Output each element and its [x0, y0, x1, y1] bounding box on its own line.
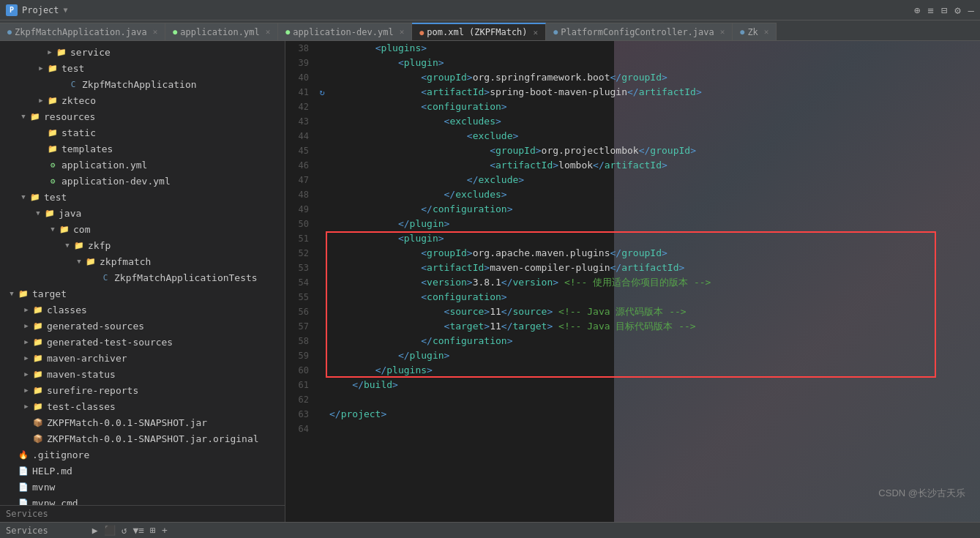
line-code: </plugins>	[329, 363, 980, 378]
tree-item-surefire-reports[interactable]: ▶ 📁 surefire-reports	[0, 382, 285, 398]
line-number: 42	[285, 100, 315, 114]
add-icon[interactable]: ⊕	[914, 4, 920, 16]
tree-item-mvnw-cmd[interactable]: 📄 mvnw.cmd	[0, 495, 285, 505]
tab-close-6[interactable]: ✕	[764, 27, 769, 37]
tree-label-jar1: ZKPFMatch-0.0.1-SNAPSHOT.jar	[47, 417, 207, 428]
svc-run-icon[interactable]: ▶	[92, 525, 98, 536]
tab-zk[interactable]: ● Zk ✕	[733, 23, 777, 40]
tree-item-app-yml[interactable]: ⚙ application.yml	[0, 157, 285, 173]
line-gutter	[315, 56, 329, 70]
line-code: </excludes>	[329, 187, 980, 202]
tree-item-com-folder[interactable]: ▼ 📁 com	[0, 221, 285, 237]
minus-icon[interactable]: ⊟	[941, 4, 947, 16]
line-gutter	[315, 158, 329, 173]
gear-icon[interactable]: ⚙	[954, 4, 960, 16]
line-code: </configuration>	[329, 202, 980, 217]
tree-item-maven-archiver[interactable]: ▶ 📁 maven-archiver	[0, 350, 285, 366]
tree-item-gitignore[interactable]: 🔥 .gitignore	[0, 447, 285, 463]
tree-item-resources[interactable]: ▼ 📁 resources	[0, 108, 285, 124]
code-line-39: 39 <plugin>	[285, 56, 980, 70]
tree-item-test-folder[interactable]: ▼ 📁 test	[0, 189, 285, 205]
jar-icon-1: 📦	[32, 416, 44, 428]
minimize-icon[interactable]: —	[968, 4, 974, 16]
line-gutter	[315, 41, 329, 56]
tab-application-yml[interactable]: ● application.yml ✕	[165, 23, 278, 40]
tree-label-gen-test-sources: generated-test-sources	[47, 337, 173, 348]
folder-icon-com: 📁	[59, 223, 70, 235]
line-code: <artifactId>maven-compiler-plugin</artif…	[329, 261, 980, 275]
tree-label-ZkpfMatchApp: ZkpfMatchApplication	[82, 79, 197, 90]
tree-item-maven-status[interactable]: ▶ 📁 maven-status	[0, 366, 285, 382]
tree-item-generated-test-sources[interactable]: ▶ 📁 generated-test-sources	[0, 334, 285, 350]
tab-application-dev-yml[interactable]: ● application-dev.yml ✕	[278, 23, 412, 40]
line-code: <target>11</target> <!-- Java 目标代码版本 -->	[329, 319, 980, 334]
tree-label-zkfp-folder: zkfp	[88, 240, 111, 251]
tree-item-mvnw[interactable]: 📄 mvnw	[0, 479, 285, 495]
tab-close-2[interactable]: ✕	[266, 27, 271, 37]
tree-item-classes[interactable]: ▶ 📁 classes	[0, 302, 285, 318]
top-bar: P Project ▼ ⊕ ≡ ⊟ ⚙ —	[0, 0, 980, 20]
svc-restart-icon[interactable]: ↺	[121, 525, 127, 536]
tree-item-ZkpfMatchApp[interactable]: C ZkpfMatchApplication	[0, 76, 285, 92]
arrow-gen-test-sources: ▶	[20, 338, 32, 345]
line-number: 44	[285, 129, 315, 143]
line-code: <artifactId>spring-boot-maven-plugin</ar…	[329, 85, 980, 100]
editor-content: 38 <plugins>39 <plugin>40 <groupId>org.s…	[285, 41, 980, 522]
tree-item-static[interactable]: 📁 static	[0, 124, 285, 141]
code-line-60: 60 </plugins>	[285, 363, 980, 378]
tree-item-generated-sources[interactable]: ▶ 📁 generated-sources	[0, 318, 285, 334]
tab-label-3: application-dev.yml	[293, 27, 393, 37]
tab-close-1[interactable]: ✕	[153, 27, 158, 37]
tree-label-zkteco: zkteco	[61, 95, 96, 106]
tree-item-ZkpfMatchAppTests[interactable]: C ZkpfMatchApplicationTests	[0, 269, 285, 285]
tab-label-2: application.yml	[180, 27, 259, 37]
git-icon: 🔥	[18, 449, 29, 460]
line-number: 50	[285, 217, 315, 231]
svc-add-icon[interactable]: +	[162, 525, 168, 536]
svc-stop-icon[interactable]: ⬛	[104, 525, 116, 536]
tab-label-1: ZkpfMatchApplication.java	[15, 27, 147, 37]
yml-icon-app: ⚙	[47, 159, 59, 171]
tab-close-5[interactable]: ✕	[720, 27, 725, 37]
arrow-resources: ▼	[18, 113, 29, 120]
tab-close-3[interactable]: ✕	[400, 27, 405, 37]
line-gutter	[315, 319, 329, 334]
code-view[interactable]: 38 <plugins>39 <plugin>40 <groupId>org.s…	[285, 41, 980, 522]
line-number: 64	[285, 422, 315, 436]
folder-icon-service: 📁	[56, 46, 67, 58]
tree-item-target[interactable]: ▼ 📁 target	[0, 285, 285, 302]
line-code: <plugins>	[329, 41, 980, 56]
tab-icon-yml1: ●	[173, 28, 177, 36]
project-icon: P	[6, 4, 18, 16]
arrow-target: ▼	[6, 290, 18, 297]
tree-item-service[interactable]: ▶ 📁 service	[0, 44, 285, 60]
tree-label-templates: templates	[61, 143, 113, 154]
tree-item-java-folder[interactable]: ▼ 📁 java	[0, 205, 285, 221]
tab-ZkpfMatchApplication[interactable]: ● ZkpfMatchApplication.java ✕	[0, 23, 165, 40]
tab-close-4[interactable]: ✕	[534, 28, 539, 37]
tab-PlatformConfigController[interactable]: ● PlatformConfigController.java ✕	[546, 23, 733, 40]
tree-item-zkfp-folder[interactable]: ▼ 📁 zkfp	[0, 237, 285, 253]
line-gutter	[315, 348, 329, 363]
tree-item-zkteco[interactable]: ▶ 📁 zkteco	[0, 92, 285, 108]
tree-item-app-dev-yml[interactable]: ⚙ application-dev.yml	[0, 173, 285, 189]
menu-icon[interactable]: ≡	[927, 4, 933, 16]
code-line-43: 43 <excludes>	[285, 114, 980, 129]
line-code: <groupId>org.springframework.boot</group…	[329, 70, 980, 85]
tree-item-help[interactable]: 📄 HELP.md	[0, 463, 285, 479]
project-label: Project	[22, 5, 59, 15]
tree-item-jar1[interactable]: 📦 ZKPFMatch-0.0.1-SNAPSHOT.jar	[0, 414, 285, 430]
tree-item-jar2[interactable]: 📦 ZKPFMatch-0.0.1-SNAPSHOT.jar.original	[0, 430, 285, 447]
svc-filter-icon[interactable]: ▼≡	[132, 525, 144, 536]
tab-icon-java2: ●	[553, 28, 558, 36]
code-line-59: 59 </plugin>	[285, 348, 980, 363]
tab-pom-xml[interactable]: ● pom.xml (ZKPFMatch) ✕	[412, 23, 546, 40]
line-code: </configuration>	[329, 334, 980, 348]
line-code: <groupId>org.apache.maven.plugins</group…	[329, 246, 980, 261]
tree-item-test-classes[interactable]: ▶ 📁 test-classes	[0, 398, 285, 414]
jar-icon-2: 📦	[32, 433, 44, 444]
tree-item-zkpfmatch-folder[interactable]: ▼ 📁 zkpfmatch	[0, 253, 285, 269]
tree-item-templates[interactable]: 📁 templates	[0, 141, 285, 157]
tree-item-test-src[interactable]: ▶ 📁 test	[0, 60, 285, 76]
svc-layout-icon[interactable]: ⊞	[150, 525, 156, 536]
